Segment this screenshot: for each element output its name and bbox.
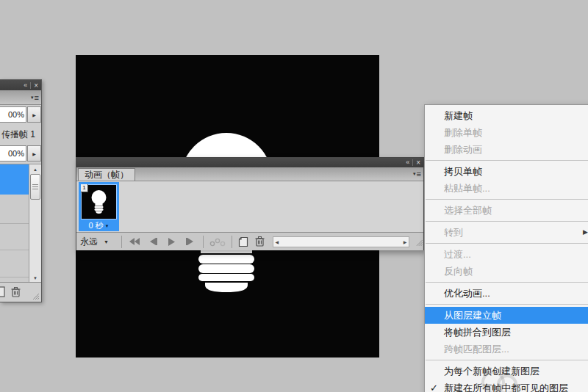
close-panel-icon[interactable]: × — [31, 82, 41, 89]
menu-item[interactable]: 从图层建立帧 — [425, 307, 588, 324]
close-panel-icon[interactable]: × — [413, 159, 423, 166]
photoshop-workspace: « × ▾ ≡ 00% ▶ 传播帧 1 00% ▶ ▲ ▼ — [0, 0, 588, 392]
menu-item-label: 从图层建立帧 — [444, 310, 501, 321]
menu-item[interactable]: 拷贝单帧 — [425, 163, 588, 180]
fill-field[interactable]: 00% — [0, 145, 26, 161]
previous-frame-button[interactable] — [144, 235, 162, 248]
frame-1-selected[interactable]: 1 0 秒 ▼ — [79, 182, 119, 231]
next-frame-icon — [186, 238, 195, 245]
next-frame-button[interactable] — [181, 235, 199, 248]
checkmark-icon: ✓ — [430, 380, 442, 392]
first-frame-icon — [129, 238, 140, 245]
frame-delay-value: 0 秒 — [88, 220, 103, 231]
animation-panel-toolbar: 永远 ▼ — [76, 232, 423, 250]
animation-frames-panel: « × 动画（帧） ▾ ≡ 1 — [76, 157, 424, 250]
menu-item-label: 优化动画... — [444, 288, 490, 299]
toolbar-divider — [232, 236, 232, 248]
menu-item[interactable]: 将帧拼合到图层 — [425, 324, 588, 341]
panel-menu-lines: ≡ — [35, 93, 38, 102]
panel-menu-triangle: ▾ — [31, 95, 34, 101]
frame-number-badge: 1 — [81, 184, 88, 192]
horizontal-scrollbar[interactable]: ◀ ▶ — [273, 236, 410, 247]
opacity-field[interactable]: 00% — [0, 106, 26, 123]
delay-dropdown-icon: ▼ — [105, 224, 110, 228]
menu-separator — [426, 282, 588, 283]
menu-item-label: 转到 — [444, 227, 463, 238]
collapse-panel-icon[interactable]: « — [403, 159, 412, 166]
menu-item: 选择全部帧 — [425, 202, 588, 219]
layer-row[interactable] — [0, 195, 29, 224]
panel-resize-grip[interactable] — [414, 237, 423, 247]
loop-dropdown-icon: ▼ — [104, 239, 109, 244]
selected-layer-row[interactable] — [0, 164, 29, 195]
panel-menu-lines: ≡ — [417, 170, 420, 178]
menu-item: 过渡... — [425, 246, 588, 263]
layer-row[interactable] — [0, 250, 29, 277]
menu-item[interactable]: 新建帧 — [425, 107, 588, 124]
loop-count-selector[interactable]: 永远 ▼ — [80, 236, 118, 248]
new-frame-icon — [238, 236, 248, 247]
menu-item-label: 新建帧 — [444, 110, 473, 121]
menu-item: 反向帧 — [425, 263, 588, 280]
first-frame-button[interactable] — [125, 235, 143, 248]
menu-item-label: 将帧拼合到图层 — [444, 327, 511, 338]
scroll-left-icon[interactable]: ◀ — [276, 239, 279, 244]
loop-count-value: 永远 — [80, 236, 98, 248]
menu-item: 删除单帧 — [425, 124, 588, 141]
new-layer-icon[interactable] — [0, 286, 5, 297]
panel-menu-icon[interactable]: ▾ ≡ — [413, 170, 420, 178]
left-panel-titlebar: « × — [0, 80, 41, 90]
previous-frame-icon — [148, 238, 157, 245]
menu-item-label: 反向帧 — [444, 266, 473, 277]
scrollbar-thumb[interactable] — [30, 174, 40, 200]
menu-item-label: 选择全部帧 — [444, 205, 492, 216]
new-frame-button[interactable] — [238, 236, 248, 247]
tween-frames-button[interactable] — [209, 237, 226, 247]
tab-animation-frames[interactable]: 动画（帧） — [78, 168, 135, 181]
menu-item-label: 跨帧匹配图层... — [444, 344, 509, 355]
play-icon — [168, 238, 176, 246]
left-side-panel: « × ▾ ≡ 00% ▶ 传播帧 1 00% ▶ ▲ ▼ — [0, 79, 42, 302]
menu-item-label: 删除单帧 — [444, 127, 482, 138]
left-panel-footer — [0, 282, 41, 302]
layer-row[interactable] — [0, 224, 29, 250]
vertical-scrollbar[interactable]: ▲ ▼ — [29, 164, 41, 283]
menu-separator — [426, 360, 588, 360]
menu-separator — [426, 199, 588, 200]
trash-icon — [254, 236, 265, 247]
menu-item: 跨帧匹配图层... — [425, 341, 588, 357]
panel-menu-icon[interactable]: ▾ ≡ — [31, 93, 38, 102]
delete-layer-trash-icon[interactable] — [10, 286, 21, 298]
menu-item: 删除动画 — [425, 141, 588, 158]
frame-delay-selector[interactable]: 0 秒 ▼ — [79, 220, 119, 231]
left-panel-tabbar: ▾ ≡ — [0, 90, 41, 105]
layers-list: ▲ ▼ — [0, 164, 41, 283]
menu-item[interactable]: 优化动画... — [425, 285, 588, 302]
frames-strip: 1 0 秒 ▼ — [76, 181, 423, 232]
submenu-arrow-icon: ▶ — [583, 224, 588, 241]
tween-icon — [209, 237, 226, 247]
fill-dropdown-button[interactable]: ▶ — [27, 145, 41, 161]
menu-separator — [426, 304, 588, 305]
frames-context-menu: 新建帧删除单帧删除动画拷贝单帧粘贴单帧...选择全部帧转到▶过渡...反向帧优化… — [424, 104, 588, 392]
menu-separator — [426, 221, 588, 222]
menu-item-label: 拷贝单帧 — [444, 166, 482, 177]
toolbar-divider — [203, 236, 204, 248]
scroll-up-button[interactable]: ▲ — [29, 164, 41, 174]
menu-item: 转到▶ — [425, 224, 588, 241]
menu-item-label: 过渡... — [444, 249, 471, 260]
menu-item: 粘贴单帧... — [425, 180, 588, 197]
animation-panel-tabbar: 动画（帧） ▾ ≡ — [76, 167, 423, 181]
panel-resize-grip[interactable] — [30, 291, 40, 300]
delete-frame-trash-button[interactable] — [254, 236, 265, 247]
play-button[interactable] — [162, 235, 181, 248]
propagate-frame-label: 传播帧 1 — [1, 128, 35, 141]
menu-separator — [426, 160, 588, 161]
scroll-right-icon[interactable]: ▶ — [404, 239, 407, 244]
watermark — [497, 374, 517, 392]
menu-item-label: 粘贴单帧... — [444, 183, 490, 194]
animation-panel-titlebar[interactable]: « × — [76, 158, 423, 167]
collapse-panel-icon[interactable]: « — [21, 82, 30, 89]
opacity-dropdown-button[interactable]: ▶ — [27, 106, 41, 123]
menu-item-label: 删除动画 — [444, 144, 482, 155]
